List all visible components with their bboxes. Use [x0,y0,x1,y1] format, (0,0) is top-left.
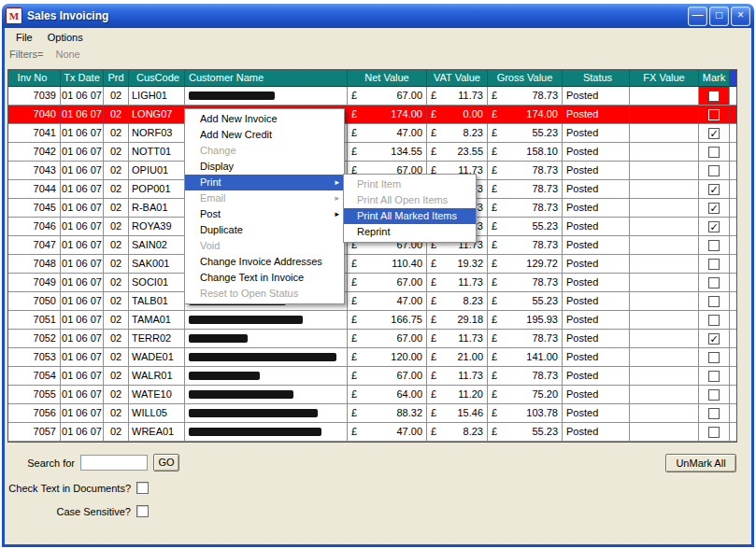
mark-checkbox[interactable]: ✓ [708,203,720,214]
mark-checkbox[interactable] [708,408,720,419]
mark-checkbox[interactable]: ✓ [708,221,720,232]
table-row[interactable]: 705601 06 0702WILL05£88.32£15.46£103.78P… [8,404,736,423]
redacted-name-bar [189,372,260,380]
cell-amount: £64.00 [348,386,427,404]
menu-item-change-invoice-addresses[interactable]: Change Invoice Addresses [185,254,344,270]
amount-value: 78.73 [532,180,558,198]
maximize-button[interactable]: □ [709,7,729,26]
case-sensitive-checkbox[interactable] [136,505,149,517]
menu-item-change-text-in-invoice[interactable]: Change Text in Invoice [185,270,344,286]
currency-symbol: £ [351,404,357,422]
amount-value: 174.00 [526,106,558,123]
col-header-tx-date[interactable]: Tx Date [61,70,104,87]
submenu-item-print-all-marked-items[interactable]: Print All Marked Items [344,208,476,224]
cell-prd: 02 [104,423,129,442]
mark-checkbox[interactable] [708,240,720,251]
cell-mark [699,143,730,162]
close-button[interactable]: × [731,7,750,26]
amount-value: 55.23 [532,423,558,441]
submenu-arrow-icon: ▸ [335,206,339,222]
menu-item-post[interactable]: Post▸ [185,206,344,222]
col-header-status[interactable]: Status [563,70,630,87]
cell-fx-value [630,199,699,218]
cell-inv-no: 7046 [8,218,61,236]
menu-item-add-new-invoice[interactable]: Add New Invoice [185,111,344,127]
mark-checkbox[interactable] [708,296,720,307]
table-row[interactable]: 705001 06 0702TALB01£47.00£8.23£55.23Pos… [8,292,736,311]
mark-checkbox[interactable] [708,427,720,438]
mark-checkbox[interactable] [708,389,720,401]
col-header-customer-name[interactable]: Customer Name [185,70,348,87]
table-row[interactable]: 703901 06 0702LIGH01£67.00£11.73£78.73Po… [8,87,736,106]
table-row[interactable]: 704801 06 0702SAK001£110.40£19.32£129.72… [8,255,736,274]
submenu-item-reprint[interactable]: Reprint [344,224,476,240]
mark-checkbox[interactable] [708,147,720,158]
mark-checkbox[interactable] [708,259,720,270]
currency-symbol: £ [492,124,497,142]
cell-status: Posted [563,255,630,274]
mark-checkbox[interactable] [708,109,720,120]
amount-value: 75.20 [532,386,558,403]
table-row[interactable]: 705101 06 0702TAMA01£166.75£29.18£195.93… [8,311,736,330]
unmark-all-button[interactable]: UnMark All [665,454,736,472]
minimize-button[interactable]: — [688,7,707,26]
check-text-checkbox[interactable] [136,482,149,494]
mark-checkbox[interactable] [708,371,720,382]
col-header-net-value[interactable]: Net Value [348,70,427,87]
cell-mark [699,367,730,386]
submenu-arrow-icon: ▸ [335,190,339,206]
mark-checkbox[interactable]: ✓ [708,184,720,195]
mark-checkbox[interactable] [708,352,720,363]
mark-checkbox[interactable] [708,315,720,326]
table-row[interactable]: 705401 06 0702WALR01£67.00£11.73£78.73Po… [8,367,736,386]
cell-inv-no: 7050 [8,292,61,311]
table-row[interactable]: 704001 06 0702LONG07£174.00£0.00£174.00P… [8,106,736,124]
menu-item-add-new-credit[interactable]: Add New Credit [185,127,344,143]
table-row[interactable]: 704901 06 0702SOCI01£67.00£11.73£78.73Po… [8,274,736,292]
table-row[interactable]: 705701 06 0702WREA01£47.00£8.23£55.23Pos… [8,423,736,442]
col-header-cuscode[interactable]: CusCode [129,70,185,87]
mark-checkbox[interactable] [708,91,720,102]
mark-checkbox[interactable] [708,165,720,176]
menu-item-display[interactable]: Display [185,159,344,175]
cell-inv-no: 7042 [8,143,61,162]
mark-checkbox[interactable]: ✓ [708,128,720,139]
cell-customer-name [185,386,348,404]
col-header-gross-value[interactable]: Gross Value [488,70,563,87]
col-header-inv-no[interactable]: Inv No [8,70,61,87]
cell-fx-value [630,143,699,162]
menu-item-duplicate[interactable]: Duplicate [185,222,344,238]
table-row[interactable]: 705201 06 0702TERR02£67.00£11.73£78.73Po… [8,330,736,348]
currency-symbol: £ [431,330,436,347]
currency-symbol: £ [492,236,497,254]
currency-symbol: £ [351,87,357,105]
col-header-vat-value[interactable]: VAT Value [427,70,488,87]
cell-amount: £166.75 [348,311,427,330]
menu-options[interactable]: Options [40,30,91,45]
search-input[interactable] [80,455,148,471]
currency-symbol: £ [492,255,497,273]
mark-checkbox[interactable]: ✓ [708,333,720,345]
go-button[interactable]: GO [153,454,179,472]
table-row[interactable]: 704101 06 0702NORF03£47.00£8.23£55.23Pos… [8,124,736,143]
amount-value: 134.55 [391,143,422,161]
col-header-fx-value[interactable]: FX Value [630,70,699,87]
menu-item-print[interactable]: Print▸ [185,175,344,190]
app-icon: M [6,7,22,24]
table-row[interactable]: 704201 06 0702NOTT01£134.55£23.55£158.10… [8,143,736,162]
col-header-prd[interactable]: Prd [104,70,129,87]
filter-bar[interactable]: Filters= None [9,49,80,63]
table-row[interactable]: 705301 06 0702WADE01£120.00£21.00£141.00… [8,348,736,367]
table-row[interactable]: 705501 06 0702WATE10£64.00£11.20£75.20Po… [8,386,736,404]
grid-scroll-strip [730,106,736,124]
menu-file[interactable]: File [8,30,40,45]
cell-status: Posted [563,330,630,348]
titlebar[interactable]: M Sales Invoicing — □ × [2,4,754,28]
cell-inv-no: 7057 [8,423,61,442]
amount-value: 64.00 [396,386,422,403]
mark-checkbox[interactable] [708,277,720,289]
search-label: Search for [2,458,75,469]
cell-amount: £23.55 [427,143,488,162]
col-header-mark[interactable]: Mark [699,70,730,87]
cell-status: Posted [563,180,630,199]
